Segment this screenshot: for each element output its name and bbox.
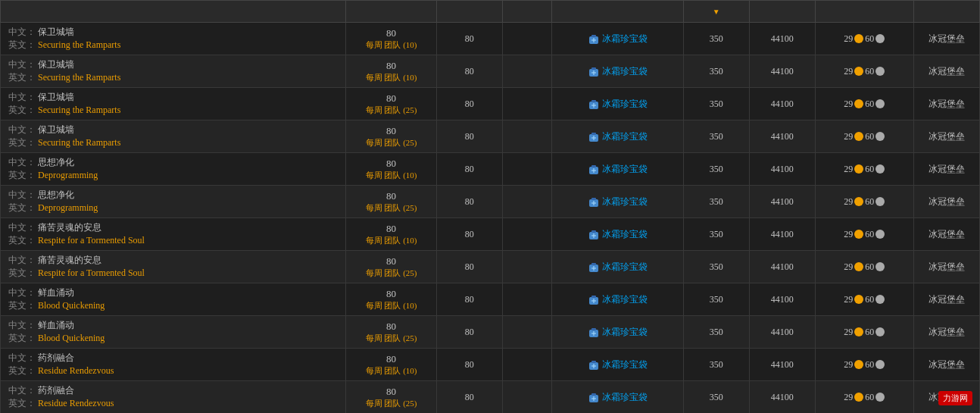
- cn-name: 中文： 药剂融合: [8, 352, 339, 365]
- level-cell: 80 每周 团队 (10): [346, 55, 437, 88]
- name-cell: 中文： 鲜血涌动 英文： Blood Quickening: [1, 316, 346, 349]
- category-cell: 冰冠堡垒: [914, 23, 980, 55]
- reward-cell: 冰霜珍宝袋: [551, 153, 683, 186]
- col-header-req[interactable]: [436, 1, 502, 23]
- name-cell: 中文： 痛苦灵魂的安息 英文： Respite for a Tormented …: [1, 218, 346, 251]
- svg-rect-33: [591, 296, 596, 298]
- cn-name: 中文： 思想净化: [8, 189, 339, 202]
- name-cell: 中文： 鲜血涌动 英文： Blood Quickening: [1, 283, 346, 316]
- req-level-cell: 80: [436, 349, 502, 381]
- name-cell: 中文： 思想净化 英文： Deprogramming: [1, 153, 346, 186]
- category-cell: 冰冠堡垒: [914, 186, 980, 218]
- faction-cell: [502, 153, 551, 186]
- bag-icon: [588, 98, 600, 110]
- gold-cell: 29 60: [815, 153, 913, 186]
- en-name: 英文： Residue Rendezvous: [8, 365, 339, 377]
- silver-coin-icon: [875, 99, 885, 108]
- bag-icon: [588, 196, 600, 208]
- faction-cell: [502, 88, 551, 120]
- col-header-exp[interactable]: [749, 1, 815, 23]
- level-cell: 80 每周 团队 (10): [346, 349, 437, 381]
- gold-coin-icon: [854, 34, 863, 43]
- table-row: 中文： 药剂融合 英文： Residue Rendezvous 80 每周 团队…: [1, 381, 980, 414]
- sort-arrow: ▼: [713, 8, 720, 16]
- table-row: 中文： 思想净化 英文： Deprogramming 80 每周 团队 (25)…: [1, 186, 980, 218]
- category-cell: 冰冠堡垒: [914, 55, 980, 88]
- rep-cell: 350: [683, 218, 749, 251]
- category-cell: 冰冠堡垒: [914, 283, 980, 316]
- req-level-cell: 80: [436, 283, 502, 316]
- rep-cell: 350: [683, 55, 749, 88]
- rep-cell: 350: [683, 283, 749, 316]
- en-name: 英文： Deprogramming: [8, 169, 339, 182]
- rep-cell: 350: [683, 349, 749, 381]
- req-level-cell: 80: [436, 186, 502, 218]
- req-level-cell: 80: [436, 120, 502, 153]
- table-row: 中文： 痛苦灵魂的安息 英文： Respite for a Tormented …: [1, 251, 980, 283]
- req-level-cell: 80: [436, 23, 502, 55]
- reward-cell: 冰霜珍宝袋: [551, 55, 683, 88]
- level-cell: 80 每周 团队 (25): [346, 120, 437, 153]
- exp-cell: 44100: [749, 88, 815, 120]
- en-name: 英文： Deprogramming: [8, 202, 339, 214]
- svg-rect-13: [591, 133, 596, 135]
- name-cell: 中文： 保卫城墙 英文： Securing the Ramparts: [1, 23, 346, 55]
- en-name: 英文： Securing the Ramparts: [8, 104, 339, 117]
- en-name: 英文： Respite for a Tormented Soul: [8, 267, 339, 280]
- name-cell: 中文： 药剂融合 英文： Residue Rendezvous: [1, 349, 346, 381]
- col-header-cat[interactable]: [914, 1, 980, 23]
- silver-coin-icon: [875, 295, 885, 304]
- exp-cell: 44100: [749, 218, 815, 251]
- level-cell: 80 每周 团队 (25): [346, 186, 437, 218]
- col-header-rep[interactable]: ▼: [683, 1, 749, 23]
- reward-cell: 冰霜珍宝袋: [551, 316, 683, 349]
- gold-cell: 29 60: [815, 316, 913, 349]
- exp-cell: 44100: [749, 153, 815, 186]
- name-cell: 中文： 保卫城墙 英文： Securing the Ramparts: [1, 88, 346, 120]
- faction-cell: [502, 349, 551, 381]
- req-level-cell: 80: [436, 55, 502, 88]
- col-header-level[interactable]: [346, 1, 437, 23]
- name-cell: 中文： 痛苦灵魂的安息 英文： Respite for a Tormented …: [1, 251, 346, 283]
- gold-cell: 29 60: [815, 251, 913, 283]
- svg-rect-1: [591, 35, 596, 37]
- faction-cell: [502, 55, 551, 88]
- table-row: 中文： 保卫城墙 英文： Securing the Ramparts 80 每周…: [1, 55, 980, 88]
- bag-icon: [588, 391, 600, 403]
- cn-name: 中文： 保卫城墙: [8, 58, 339, 71]
- rep-cell: 350: [683, 88, 749, 120]
- faction-cell: [502, 120, 551, 153]
- category-cell: 冰冠堡垒: [914, 88, 980, 120]
- req-level-cell: 80: [436, 381, 502, 414]
- svg-rect-41: [591, 361, 596, 363]
- req-level-cell: 80: [436, 316, 502, 349]
- gold-cell: 29 60: [815, 23, 913, 55]
- rep-cell: 350: [683, 316, 749, 349]
- silver-coin-icon: [875, 360, 885, 369]
- faction-cell: [502, 316, 551, 349]
- en-name: 英文： Securing the Ramparts: [8, 136, 339, 149]
- cn-name: 中文： 鲜血涌动: [8, 286, 339, 299]
- reward-cell: 冰霜珍宝袋: [551, 88, 683, 120]
- table-row: 中文： 保卫城墙 英文： Securing the Ramparts 80 每周…: [1, 88, 980, 120]
- exp-cell: 44100: [749, 120, 815, 153]
- col-header-gold[interactable]: [815, 1, 913, 23]
- col-header-name[interactable]: [1, 1, 346, 23]
- svg-rect-45: [591, 393, 596, 396]
- svg-rect-17: [591, 165, 596, 167]
- gold-coin-icon: [854, 197, 863, 206]
- en-name: 英文： Securing the Ramparts: [8, 71, 339, 84]
- bag-icon: [588, 163, 600, 175]
- gold-coin-icon: [854, 360, 863, 369]
- table-row: 中文： 思想净化 英文： Deprogramming 80 每周 团队 (10)…: [1, 153, 980, 186]
- category-cell: 冰冠堡垒: [914, 153, 980, 186]
- faction-cell: [502, 23, 551, 55]
- level-cell: 80 每周 团队 (10): [346, 23, 437, 55]
- svg-rect-9: [591, 100, 596, 102]
- col-header-faction[interactable]: [502, 1, 551, 23]
- col-header-reward[interactable]: [551, 1, 683, 23]
- exp-cell: 44100: [749, 251, 815, 283]
- silver-coin-icon: [875, 34, 885, 43]
- cn-name: 中文： 痛苦灵魂的安息: [8, 254, 339, 267]
- svg-rect-25: [591, 230, 596, 233]
